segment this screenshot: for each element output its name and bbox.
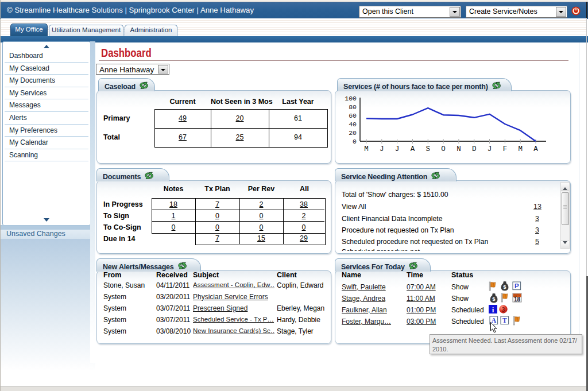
svg-text:0: 0 [353,138,357,145]
svg-text:20: 20 [349,129,357,137]
svg-text:M: M [364,145,369,153]
svg-text:i: i [492,305,494,314]
svg-text:A: A [533,145,538,153]
svg-text:J: J [380,145,384,153]
svg-text:P: P [514,282,519,289]
svg-text:40: 40 [349,121,357,128]
svg-text:3: 3 [502,306,505,313]
svg-text:D: D [472,145,477,153]
svg-text:18: 18 [514,296,521,303]
svg-text:A: A [411,145,415,153]
svg-text:N: N [457,145,461,153]
svg-text:S: S [426,145,431,153]
svg-text:F: F [503,145,508,153]
svg-text:100: 100 [345,95,357,102]
svg-text:J: J [488,145,492,153]
svg-text:O: O [441,145,446,153]
svg-text:80: 80 [349,103,357,111]
svg-text:60: 60 [349,112,357,119]
svg-text:$: $ [503,284,506,290]
svg-text:T: T [502,317,507,324]
svg-text:$: $ [492,296,496,302]
svg-text:J: J [395,145,400,153]
svg-text:M: M [518,145,523,153]
